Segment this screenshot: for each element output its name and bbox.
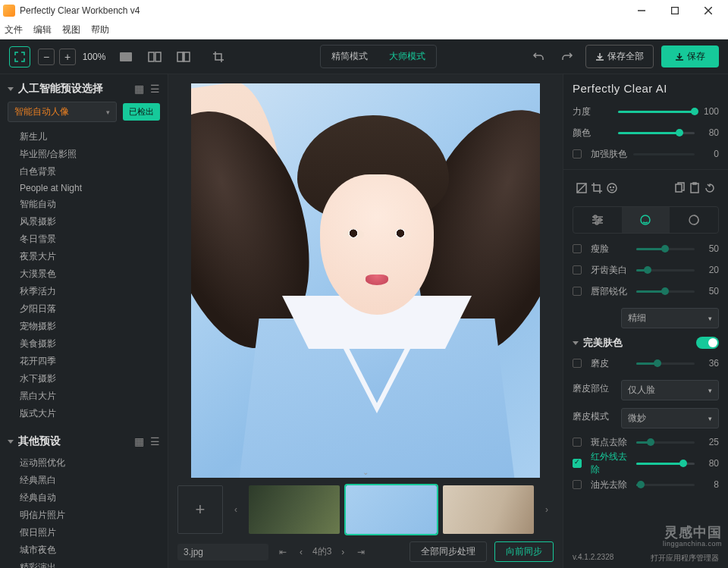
preset-dropdown[interactable]: 智能自动人像 ▾ xyxy=(8,102,117,122)
adjust-icon[interactable] xyxy=(574,180,589,196)
skin-enhance-row[interactable]: 加强肤色 0 xyxy=(573,146,719,162)
preset-item[interactable]: 城市夜色 xyxy=(0,541,168,559)
grid-view-icon[interactable]: ▦ xyxy=(134,83,144,95)
sync-forward-button[interactable]: 向前同步 xyxy=(494,541,554,562)
preset-item[interactable]: 运动照优化 xyxy=(0,454,168,472)
ir-slider[interactable]: 红外线去除 80 xyxy=(573,456,719,471)
detail-dropdown[interactable]: 精细▾ xyxy=(621,308,719,328)
list-view-icon[interactable]: ☰ xyxy=(150,83,160,95)
smooth-mode-dropdown[interactable]: 微妙▾ xyxy=(621,408,719,428)
filmstrip-prev[interactable]: ‹ xyxy=(229,485,243,534)
seg-face[interactable] xyxy=(622,207,670,233)
maximize-button[interactable] xyxy=(658,0,692,21)
thumbnail[interactable] xyxy=(346,485,437,534)
crop-icon[interactable] xyxy=(589,180,604,196)
paste-icon[interactable] xyxy=(687,180,702,196)
face-icon[interactable] xyxy=(604,180,620,196)
slim-face-checkbox[interactable] xyxy=(573,244,582,253)
thumbnail[interactable] xyxy=(249,485,340,534)
pager-next[interactable]: › xyxy=(336,545,350,559)
color-slider[interactable]: 颜色 80 xyxy=(573,125,719,140)
pager-prev[interactable]: ‹ xyxy=(294,545,308,559)
slim-face-slider[interactable]: 瘦脸 50 xyxy=(573,241,719,256)
ir-checkbox[interactable] xyxy=(573,459,582,468)
mode-master-tab[interactable]: 大师模式 xyxy=(378,46,436,67)
preset-item[interactable]: 精彩演出 xyxy=(0,559,168,568)
preset-item[interactable]: 风景摄影 xyxy=(0,213,168,231)
minimize-button[interactable] xyxy=(625,0,658,21)
preset-item[interactable]: 假日照片 xyxy=(0,524,168,541)
save-all-button[interactable]: 保存全部 xyxy=(585,45,654,68)
preset-item[interactable]: 版式大片 xyxy=(0,405,168,422)
preset-item[interactable]: 宠物摄影 xyxy=(0,318,168,335)
menu-edit[interactable]: 编辑 xyxy=(33,24,52,36)
teeth-slider[interactable]: 牙齿美白 20 xyxy=(573,262,719,278)
preset-item[interactable]: 毕业照/合影照 xyxy=(0,146,168,163)
preset-item[interactable]: 明信片照片 xyxy=(0,507,168,524)
lip-slider[interactable]: 唇部锐化 50 xyxy=(573,284,719,299)
preset-item[interactable]: 黑白大片 xyxy=(0,388,168,405)
close-button[interactable] xyxy=(692,0,725,21)
app-icon xyxy=(3,5,15,17)
other-presets-header[interactable]: 其他预设 ▦ ☰ xyxy=(0,427,168,454)
reset-icon[interactable] xyxy=(702,180,717,196)
copy-icon[interactable] xyxy=(672,180,687,196)
preset-item[interactable]: 水下摄影 xyxy=(0,370,168,388)
filmstrip-next[interactable]: › xyxy=(540,485,554,534)
preset-item[interactable]: 经典黑白 xyxy=(0,472,168,489)
perfect-skin-toggle[interactable] xyxy=(696,337,719,349)
smooth-slider[interactable]: 磨皮 36 xyxy=(573,356,719,371)
lip-checkbox[interactable] xyxy=(573,287,582,296)
shine-slider[interactable]: 油光去除 8 xyxy=(573,477,719,492)
view-compare-button[interactable] xyxy=(173,46,194,67)
preset-item[interactable]: 新生儿 xyxy=(0,128,168,146)
save-button[interactable]: 保存 xyxy=(661,46,719,67)
shine-checkbox[interactable] xyxy=(573,480,582,489)
smooth-area-dropdown[interactable]: 仅人脸▾ xyxy=(621,380,719,400)
preset-item[interactable]: 智能自动 xyxy=(0,196,168,213)
svg-line-11 xyxy=(577,184,586,193)
pager-first[interactable]: ⇤ xyxy=(276,545,290,559)
menu-help[interactable]: 帮助 xyxy=(91,24,109,36)
sync-all-button[interactable]: 全部同步处理 xyxy=(410,541,487,562)
preset-item[interactable]: 经典自动 xyxy=(0,489,168,507)
zoom-out-button[interactable]: − xyxy=(38,49,55,65)
fit-screen-button[interactable] xyxy=(9,46,30,67)
preset-item[interactable]: 美食摄影 xyxy=(0,335,168,353)
perfect-skin-header[interactable]: 完美肤色 xyxy=(573,336,719,350)
spot-slider[interactable]: 斑点去除 25 xyxy=(573,435,719,450)
preview-area[interactable]: ⌄ xyxy=(177,83,554,478)
undo-button[interactable] xyxy=(528,46,549,67)
view-split-button[interactable] xyxy=(144,46,165,67)
menu-view[interactable]: 视图 xyxy=(62,24,80,36)
pager: ⇤ ‹ 4的3 › ⇥ xyxy=(276,545,368,559)
preset-item[interactable]: 大漠景色 xyxy=(0,265,168,283)
add-image-button[interactable]: + xyxy=(177,485,223,534)
zoom-in-button[interactable]: + xyxy=(59,49,76,65)
crop-button[interactable] xyxy=(208,46,229,67)
grid-view-icon[interactable]: ▦ xyxy=(134,435,144,447)
seg-sliders[interactable] xyxy=(573,207,622,233)
thumbnail[interactable] xyxy=(443,485,534,534)
preset-item[interactable]: People at Night xyxy=(0,180,168,196)
preset-item[interactable]: 夕阳日落 xyxy=(0,300,168,318)
ai-presets-header[interactable]: 人工智能预设选择 ▦ ☰ xyxy=(0,74,168,102)
seg-color[interactable] xyxy=(670,207,718,233)
pager-last[interactable]: ⇥ xyxy=(354,545,368,559)
list-view-icon[interactable]: ☰ xyxy=(150,435,160,447)
menu-file[interactable]: 文件 xyxy=(5,24,23,36)
preset-item[interactable]: 夜景大片 xyxy=(0,248,168,265)
mode-simple-tab[interactable]: 精简模式 xyxy=(321,46,378,67)
task-manager-link[interactable]: 打开应用程序管理器 xyxy=(651,553,719,563)
redo-button[interactable] xyxy=(557,46,578,67)
spot-checkbox[interactable] xyxy=(573,438,582,447)
smooth-checkbox[interactable] xyxy=(573,359,582,368)
preset-item[interactable]: 冬日雪景 xyxy=(0,231,168,248)
view-single-button[interactable] xyxy=(115,46,136,67)
strength-slider[interactable]: 力度 100 xyxy=(573,104,719,119)
preset-item[interactable]: 秋季活力 xyxy=(0,283,168,300)
skin-enhance-checkbox[interactable] xyxy=(573,149,582,158)
preset-item[interactable]: 白色背景 xyxy=(0,163,168,180)
teeth-checkbox[interactable] xyxy=(573,265,582,275)
preset-item[interactable]: 花开四季 xyxy=(0,353,168,370)
